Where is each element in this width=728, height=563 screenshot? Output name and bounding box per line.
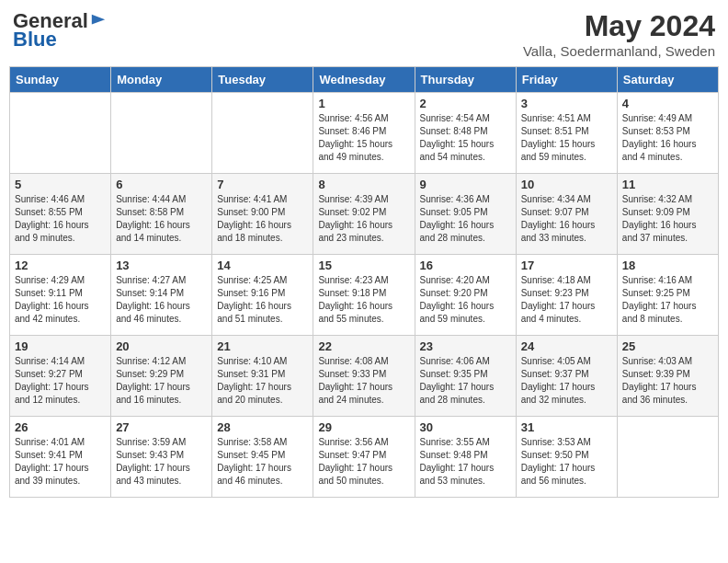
day-info: Sunrise: 4:10 AMSunset: 9:31 PMDaylight:… — [217, 355, 308, 407]
calendar-day-cell — [111, 93, 212, 174]
calendar-day-cell: 13Sunrise: 4:27 AMSunset: 9:14 PMDayligh… — [111, 255, 212, 336]
day-info: Sunrise: 4:20 AMSunset: 9:20 PMDaylight:… — [420, 274, 511, 326]
calendar-day-cell: 26Sunrise: 4:01 AMSunset: 9:41 PMDayligh… — [10, 417, 111, 498]
calendar-day-cell: 9Sunrise: 4:36 AMSunset: 9:05 PMDaylight… — [415, 174, 516, 255]
calendar-table: SundayMondayTuesdayWednesdayThursdayFrid… — [9, 66, 719, 498]
logo-blue-text: Blue — [13, 28, 57, 52]
day-header-monday: Monday — [111, 67, 212, 93]
day-info: Sunrise: 3:59 AMSunset: 9:43 PMDaylight:… — [116, 436, 207, 488]
day-number: 3 — [521, 97, 612, 110]
day-number: 23 — [420, 339, 511, 353]
calendar-day-cell: 12Sunrise: 4:29 AMSunset: 9:11 PMDayligh… — [10, 255, 111, 336]
calendar-day-cell: 7Sunrise: 4:41 AMSunset: 9:00 PMDaylight… — [212, 174, 313, 255]
logo-flag-icon — [90, 13, 107, 29]
calendar-day-cell — [10, 93, 111, 174]
calendar-day-cell: 8Sunrise: 4:39 AMSunset: 9:02 PMDaylight… — [313, 174, 415, 255]
day-info: Sunrise: 3:55 AMSunset: 9:48 PMDaylight:… — [420, 436, 511, 488]
day-info: Sunrise: 3:53 AMSunset: 9:50 PMDaylight:… — [521, 436, 612, 488]
day-info: Sunrise: 4:06 AMSunset: 9:35 PMDaylight:… — [420, 355, 511, 407]
calendar-day-cell: 31Sunrise: 3:53 AMSunset: 9:50 PMDayligh… — [516, 417, 617, 498]
day-info: Sunrise: 3:56 AMSunset: 9:47 PMDaylight:… — [318, 436, 409, 488]
day-number: 21 — [217, 339, 308, 353]
page-header: General Blue May 2024 Valla, Soedermanla… — [9, 9, 719, 59]
day-header-tuesday: Tuesday — [212, 67, 313, 93]
day-number: 18 — [622, 259, 713, 272]
day-info: Sunrise: 4:44 AMSunset: 8:58 PMDaylight:… — [116, 193, 207, 245]
calendar-day-cell: 28Sunrise: 3:58 AMSunset: 9:45 PMDayligh… — [212, 417, 313, 498]
calendar-day-cell: 15Sunrise: 4:23 AMSunset: 9:18 PMDayligh… — [313, 255, 415, 336]
calendar-day-cell: 14Sunrise: 4:25 AMSunset: 9:16 PMDayligh… — [212, 255, 313, 336]
day-number: 5 — [15, 178, 106, 191]
logo: General Blue — [13, 9, 107, 52]
calendar-day-cell: 11Sunrise: 4:32 AMSunset: 9:09 PMDayligh… — [617, 174, 718, 255]
day-header-thursday: Thursday — [415, 67, 516, 93]
day-number: 9 — [420, 178, 511, 191]
day-number: 15 — [318, 259, 409, 272]
day-number: 26 — [15, 420, 106, 434]
day-number: 4 — [622, 97, 713, 110]
calendar-day-cell: 4Sunrise: 4:49 AMSunset: 8:53 PMDaylight… — [617, 93, 718, 174]
calendar-day-cell: 21Sunrise: 4:10 AMSunset: 9:31 PMDayligh… — [212, 336, 313, 417]
day-info: Sunrise: 4:01 AMSunset: 9:41 PMDaylight:… — [15, 436, 106, 488]
calendar-week-row: 26Sunrise: 4:01 AMSunset: 9:41 PMDayligh… — [10, 417, 719, 498]
day-number: 17 — [521, 259, 612, 272]
svg-marker-0 — [92, 15, 105, 25]
calendar-day-cell: 30Sunrise: 3:55 AMSunset: 9:48 PMDayligh… — [415, 417, 516, 498]
day-info: Sunrise: 4:08 AMSunset: 9:33 PMDaylight:… — [318, 355, 409, 407]
calendar-day-cell: 23Sunrise: 4:06 AMSunset: 9:35 PMDayligh… — [415, 336, 516, 417]
day-info: Sunrise: 4:25 AMSunset: 9:16 PMDaylight:… — [217, 274, 308, 326]
day-header-wednesday: Wednesday — [313, 67, 415, 93]
day-info: Sunrise: 4:34 AMSunset: 9:07 PMDaylight:… — [521, 193, 612, 245]
day-number: 27 — [116, 420, 207, 434]
day-info: Sunrise: 4:18 AMSunset: 9:23 PMDaylight:… — [521, 274, 612, 326]
day-info: Sunrise: 4:46 AMSunset: 8:55 PMDaylight:… — [15, 193, 106, 245]
calendar-day-cell — [212, 93, 313, 174]
day-number: 24 — [521, 339, 612, 353]
day-number: 11 — [622, 178, 713, 191]
day-info: Sunrise: 3:58 AMSunset: 9:45 PMDaylight:… — [217, 436, 308, 488]
day-number: 20 — [116, 339, 207, 353]
calendar-day-cell: 16Sunrise: 4:20 AMSunset: 9:20 PMDayligh… — [415, 255, 516, 336]
calendar-day-cell: 20Sunrise: 4:12 AMSunset: 9:29 PMDayligh… — [111, 336, 212, 417]
day-header-saturday: Saturday — [617, 67, 718, 93]
calendar-day-cell: 22Sunrise: 4:08 AMSunset: 9:33 PMDayligh… — [313, 336, 415, 417]
calendar-week-row: 5Sunrise: 4:46 AMSunset: 8:55 PMDaylight… — [10, 174, 719, 255]
day-number: 16 — [420, 259, 511, 272]
calendar-day-cell: 6Sunrise: 4:44 AMSunset: 8:58 PMDaylight… — [111, 174, 212, 255]
calendar-day-cell: 10Sunrise: 4:34 AMSunset: 9:07 PMDayligh… — [516, 174, 617, 255]
day-number: 29 — [318, 420, 409, 434]
calendar-day-cell: 18Sunrise: 4:16 AMSunset: 9:25 PMDayligh… — [617, 255, 718, 336]
day-number: 13 — [116, 259, 207, 272]
day-info: Sunrise: 4:36 AMSunset: 9:05 PMDaylight:… — [420, 193, 511, 245]
day-info: Sunrise: 4:51 AMSunset: 8:51 PMDaylight:… — [521, 112, 612, 164]
day-info: Sunrise: 4:14 AMSunset: 9:27 PMDaylight:… — [15, 355, 106, 407]
day-info: Sunrise: 4:27 AMSunset: 9:14 PMDaylight:… — [116, 274, 207, 326]
calendar-day-cell: 19Sunrise: 4:14 AMSunset: 9:27 PMDayligh… — [10, 336, 111, 417]
month-year-title: May 2024 — [523, 9, 715, 43]
calendar-day-cell: 3Sunrise: 4:51 AMSunset: 8:51 PMDaylight… — [516, 93, 617, 174]
calendar-day-cell: 2Sunrise: 4:54 AMSunset: 8:48 PMDaylight… — [415, 93, 516, 174]
calendar-day-cell: 29Sunrise: 3:56 AMSunset: 9:47 PMDayligh… — [313, 417, 415, 498]
calendar-week-row: 1Sunrise: 4:56 AMSunset: 8:46 PMDaylight… — [10, 93, 719, 174]
calendar-day-cell: 24Sunrise: 4:05 AMSunset: 9:37 PMDayligh… — [516, 336, 617, 417]
day-info: Sunrise: 4:23 AMSunset: 9:18 PMDaylight:… — [318, 274, 409, 326]
day-info: Sunrise: 4:49 AMSunset: 8:53 PMDaylight:… — [622, 112, 713, 164]
calendar-day-cell: 5Sunrise: 4:46 AMSunset: 8:55 PMDaylight… — [10, 174, 111, 255]
day-number: 28 — [217, 420, 308, 434]
day-number: 2 — [420, 97, 511, 110]
location-subtitle: Valla, Soedermanland, Sweden — [523, 43, 715, 59]
day-info: Sunrise: 4:56 AMSunset: 8:46 PMDaylight:… — [318, 112, 409, 164]
day-info: Sunrise: 4:29 AMSunset: 9:11 PMDaylight:… — [15, 274, 106, 326]
day-info: Sunrise: 4:05 AMSunset: 9:37 PMDaylight:… — [521, 355, 612, 407]
calendar-header-row: SundayMondayTuesdayWednesdayThursdayFrid… — [10, 67, 719, 93]
day-header-sunday: Sunday — [10, 67, 111, 93]
day-number: 14 — [217, 259, 308, 272]
day-info: Sunrise: 4:16 AMSunset: 9:25 PMDaylight:… — [622, 274, 713, 326]
day-header-friday: Friday — [516, 67, 617, 93]
day-number: 6 — [116, 178, 207, 191]
day-number: 25 — [622, 339, 713, 353]
calendar-day-cell: 17Sunrise: 4:18 AMSunset: 9:23 PMDayligh… — [516, 255, 617, 336]
day-info: Sunrise: 4:41 AMSunset: 9:00 PMDaylight:… — [217, 193, 308, 245]
day-info: Sunrise: 4:32 AMSunset: 9:09 PMDaylight:… — [622, 193, 713, 245]
calendar-day-cell: 1Sunrise: 4:56 AMSunset: 8:46 PMDaylight… — [313, 93, 415, 174]
